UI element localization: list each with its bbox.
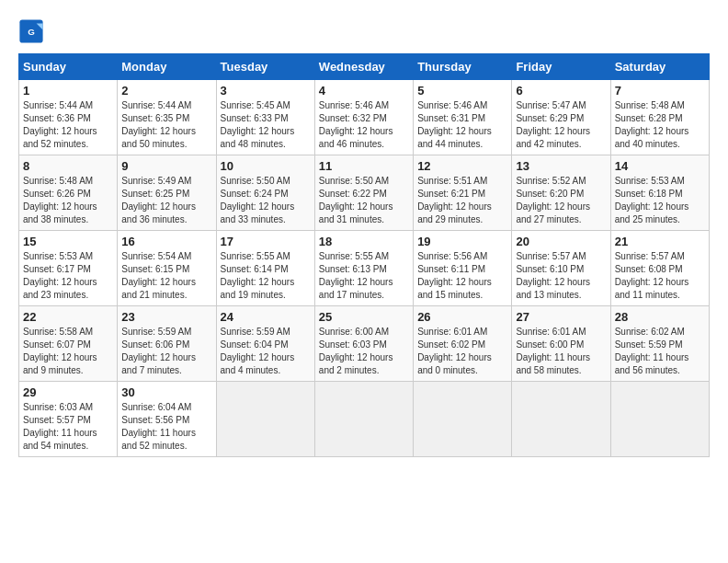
day-number: 18 [319,235,409,248]
svg-text:G: G [28,27,35,37]
day-number: 3 [221,84,311,98]
calendar-cell [216,382,314,457]
calendar-cell [414,382,512,457]
day-detail: Sunrise: 6:04 AM Sunset: 5:56 PM Dayligh… [121,401,211,453]
day-detail: Sunrise: 5:45 AM Sunset: 6:33 PM Dayligh… [221,99,311,151]
dow-header-tuesday: Tuesday [216,54,314,80]
day-detail: Sunrise: 5:53 AM Sunset: 6:17 PM Dayligh… [23,250,113,302]
calendar-cell: 9 Sunrise: 5:49 AM Sunset: 6:25 PM Dayli… [118,155,216,231]
calendar-cell: 17 Sunrise: 5:55 AM Sunset: 6:14 PM Dayl… [216,231,314,306]
calendar-cell: 11 Sunrise: 5:50 AM Sunset: 6:22 PM Dayl… [314,155,413,231]
day-detail: Sunrise: 6:03 AM Sunset: 5:57 PM Dayligh… [23,401,113,453]
day-number: 17 [221,235,311,248]
day-number: 6 [516,84,606,98]
calendar-cell: 28 Sunrise: 6:02 AM Sunset: 5:59 PM Dayl… [610,306,709,382]
calendar-cell: 5 Sunrise: 5:46 AM Sunset: 6:31 PM Dayli… [414,80,512,155]
day-detail: Sunrise: 5:57 AM Sunset: 6:10 PM Dayligh… [516,250,606,302]
day-detail: Sunrise: 5:54 AM Sunset: 6:15 PM Dayligh… [121,250,211,302]
calendar-cell [512,382,610,457]
dow-header-friday: Friday [512,54,610,80]
day-detail: Sunrise: 5:52 AM Sunset: 6:20 PM Dayligh… [516,175,606,226]
day-number: 22 [23,310,113,324]
calendar-week-2: 8 Sunrise: 5:48 AM Sunset: 6:26 PM Dayli… [19,155,710,231]
dow-header-wednesday: Wednesday [314,54,413,80]
calendar-cell: 3 Sunrise: 5:45 AM Sunset: 6:33 PM Dayli… [216,80,314,155]
day-detail: Sunrise: 5:49 AM Sunset: 6:25 PM Dayligh… [121,175,211,226]
day-detail: Sunrise: 5:59 AM Sunset: 6:04 PM Dayligh… [221,326,311,377]
day-number: 4 [319,84,409,98]
day-detail: Sunrise: 5:48 AM Sunset: 6:26 PM Dayligh… [23,175,113,226]
day-detail: Sunrise: 6:01 AM Sunset: 6:02 PM Dayligh… [417,326,507,377]
day-detail: Sunrise: 5:55 AM Sunset: 6:13 PM Dayligh… [319,250,409,302]
calendar-week-4: 22 Sunrise: 5:58 AM Sunset: 6:07 PM Dayl… [19,306,710,382]
day-detail: Sunrise: 6:02 AM Sunset: 5:59 PM Dayligh… [615,326,705,377]
day-number: 12 [417,159,507,173]
day-detail: Sunrise: 5:46 AM Sunset: 6:31 PM Dayligh… [417,99,507,151]
day-number: 21 [615,235,705,248]
dow-header-monday: Monday [118,54,216,80]
calendar-cell [314,382,413,457]
day-number: 16 [121,235,211,248]
day-detail: Sunrise: 5:56 AM Sunset: 6:11 PM Dayligh… [417,250,507,302]
calendar-week-3: 15 Sunrise: 5:53 AM Sunset: 6:17 PM Dayl… [19,231,710,306]
calendar-cell: 23 Sunrise: 5:59 AM Sunset: 6:06 PM Dayl… [118,306,216,382]
calendar-cell: 16 Sunrise: 5:54 AM Sunset: 6:15 PM Dayl… [118,231,216,306]
day-detail: Sunrise: 5:47 AM Sunset: 6:29 PM Dayligh… [516,99,606,151]
day-number: 9 [121,159,211,173]
dow-header-saturday: Saturday [610,54,709,80]
calendar-cell: 13 Sunrise: 5:52 AM Sunset: 6:20 PM Dayl… [512,155,610,231]
logo-icon: G [18,18,44,44]
day-number: 27 [516,310,606,324]
day-detail: Sunrise: 5:55 AM Sunset: 6:14 PM Dayligh… [221,250,311,302]
day-detail: Sunrise: 5:57 AM Sunset: 6:08 PM Dayligh… [615,250,705,302]
day-number: 24 [221,310,311,324]
day-detail: Sunrise: 5:50 AM Sunset: 6:22 PM Dayligh… [319,175,409,226]
calendar-cell: 2 Sunrise: 5:44 AM Sunset: 6:35 PM Dayli… [118,80,216,155]
day-number: 5 [417,84,507,98]
dow-header-sunday: Sunday [19,54,118,80]
day-number: 26 [417,310,507,324]
day-number: 19 [417,235,507,248]
calendar-cell: 27 Sunrise: 6:01 AM Sunset: 6:00 PM Dayl… [512,306,610,382]
calendar-table: SundayMondayTuesdayWednesdayThursdayFrid… [18,53,710,457]
calendar-cell: 21 Sunrise: 5:57 AM Sunset: 6:08 PM Dayl… [610,231,709,306]
day-detail: Sunrise: 6:01 AM Sunset: 6:00 PM Dayligh… [516,326,606,377]
day-number: 29 [23,385,113,399]
calendar-cell: 7 Sunrise: 5:48 AM Sunset: 6:28 PM Dayli… [610,80,709,155]
calendar-cell: 14 Sunrise: 5:53 AM Sunset: 6:18 PM Dayl… [610,155,709,231]
calendar-cell [610,382,709,457]
day-detail: Sunrise: 6:00 AM Sunset: 6:03 PM Dayligh… [319,326,409,377]
day-number: 25 [319,310,409,324]
day-number: 15 [23,235,113,248]
day-number: 23 [121,310,211,324]
calendar-cell: 4 Sunrise: 5:46 AM Sunset: 6:32 PM Dayli… [314,80,413,155]
day-number: 30 [121,385,211,399]
day-number: 28 [615,310,705,324]
calendar-week-5: 29 Sunrise: 6:03 AM Sunset: 5:57 PM Dayl… [19,382,710,457]
calendar-cell: 24 Sunrise: 5:59 AM Sunset: 6:04 PM Dayl… [216,306,314,382]
calendar-cell: 18 Sunrise: 5:55 AM Sunset: 6:13 PM Dayl… [314,231,413,306]
dow-header-thursday: Thursday [414,54,512,80]
day-number: 10 [221,159,311,173]
day-number: 11 [319,159,409,173]
day-number: 2 [121,84,211,98]
calendar-cell: 10 Sunrise: 5:50 AM Sunset: 6:24 PM Dayl… [216,155,314,231]
calendar-cell: 20 Sunrise: 5:57 AM Sunset: 6:10 PM Dayl… [512,231,610,306]
day-detail: Sunrise: 5:44 AM Sunset: 6:36 PM Dayligh… [23,99,113,151]
day-number: 7 [615,84,705,98]
logo: G [18,18,48,44]
calendar-cell: 29 Sunrise: 6:03 AM Sunset: 5:57 PM Dayl… [19,382,118,457]
day-detail: Sunrise: 5:48 AM Sunset: 6:28 PM Dayligh… [615,99,705,151]
calendar-cell: 1 Sunrise: 5:44 AM Sunset: 6:36 PM Dayli… [19,80,118,155]
day-detail: Sunrise: 5:51 AM Sunset: 6:21 PM Dayligh… [417,175,507,226]
day-detail: Sunrise: 5:53 AM Sunset: 6:18 PM Dayligh… [615,175,705,226]
calendar-cell: 25 Sunrise: 6:00 AM Sunset: 6:03 PM Dayl… [314,306,413,382]
calendar-week-1: 1 Sunrise: 5:44 AM Sunset: 6:36 PM Dayli… [19,80,710,155]
day-number: 8 [23,159,113,173]
day-number: 20 [516,235,606,248]
day-number: 1 [23,84,113,98]
calendar-cell: 8 Sunrise: 5:48 AM Sunset: 6:26 PM Dayli… [19,155,118,231]
calendar-cell: 15 Sunrise: 5:53 AM Sunset: 6:17 PM Dayl… [19,231,118,306]
page-header: G [18,18,710,44]
day-number: 14 [615,159,705,173]
